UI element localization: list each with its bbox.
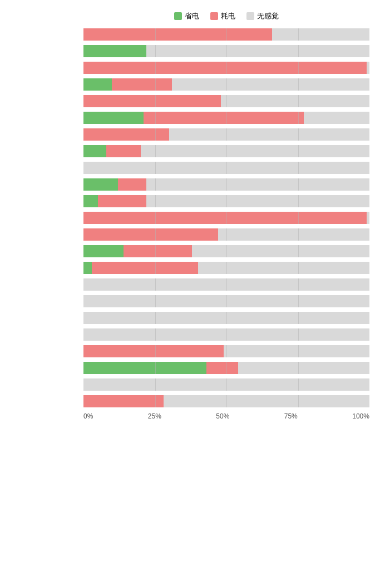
grid-line: [226, 145, 227, 157]
grid-line: [226, 28, 227, 41]
legend-color: [174, 12, 182, 20]
bar-track-wrapper: [83, 195, 369, 207]
grid-line: [298, 245, 299, 257]
bar-track: [83, 395, 369, 407]
grid-line: [155, 45, 156, 57]
grid-line: [226, 328, 227, 341]
grid-line: [155, 95, 156, 107]
grid-line: [298, 312, 299, 324]
bar-track: [83, 62, 369, 74]
legend-color: [246, 12, 254, 20]
legend: 省电耗电无感觉: [6, 11, 369, 21]
grid-line: [155, 328, 156, 341]
chart-container: 省电耗电无感觉 iPhone 11iPhone 11 ProiPhone 11 …: [0, 6, 375, 437]
legend-color: [210, 12, 218, 20]
grid-line: [298, 378, 299, 391]
bar-segment-green: [83, 78, 112, 91]
bar-segment-pink: [83, 62, 367, 74]
grid-line: [155, 228, 156, 241]
x-axis-label: 25%: [148, 412, 161, 420]
grid-line: [155, 195, 156, 207]
bar-row: iPhone 14: [83, 210, 369, 226]
grid-line: [298, 62, 299, 74]
bar-segment-pink: [83, 395, 164, 407]
bar-row: iPhone 14 Pro: [83, 243, 369, 259]
bar-row: iPhone 14 Pro Max: [83, 260, 369, 276]
grid-line: [298, 395, 299, 407]
bar-segment-pink: [83, 212, 367, 224]
grid-line: [155, 128, 156, 141]
legend-label: 省电: [185, 11, 199, 21]
bar-segment-green: [83, 178, 118, 191]
legend-label: 耗电: [221, 11, 235, 21]
bar-track: [83, 128, 369, 141]
grid-line: [226, 162, 227, 174]
bar-segment-pink: [106, 145, 141, 157]
bar-segment-pink: [83, 228, 218, 241]
bar-track-wrapper: [83, 378, 369, 391]
bar-track: [83, 328, 369, 341]
grid-line: [226, 178, 227, 191]
grid-line: [226, 195, 227, 207]
grid-line: [155, 245, 156, 257]
bar-track-wrapper: [83, 162, 369, 174]
grid-line: [155, 145, 156, 157]
bar-row: iPhone XS Max: [83, 393, 369, 409]
grid-line: [298, 145, 299, 157]
grid-line: [298, 78, 299, 91]
bar-row: iPhone SE 第3代: [83, 327, 369, 342]
bar-track: [83, 295, 369, 307]
grid-line: [298, 228, 299, 241]
legend-item: 无感觉: [246, 11, 279, 21]
bar-segment-green: [83, 145, 106, 157]
grid-line: [226, 312, 227, 324]
grid-line: [226, 245, 227, 257]
bar-row: iPhone 8: [83, 277, 369, 292]
bar-segment-green: [83, 195, 98, 207]
legend-item: 省电: [174, 11, 199, 21]
bar-segment-pink: [83, 28, 272, 41]
bar-track: [83, 378, 369, 391]
grid-line: [298, 112, 299, 124]
bar-track: [83, 162, 369, 174]
bar-track: [83, 28, 369, 41]
grid-line: [298, 28, 299, 41]
grid-line: [155, 278, 156, 291]
bar-segment-pink: [144, 112, 304, 124]
bar-track-wrapper: [83, 28, 369, 41]
bar-track: [83, 178, 369, 191]
bar-row: iPhone XS: [83, 377, 369, 392]
grid-line: [298, 212, 299, 224]
bar-row: iPhone 12: [83, 77, 369, 92]
bar-track: [83, 312, 369, 324]
grid-line: [298, 178, 299, 191]
grid-line: [226, 395, 227, 407]
grid-line: [155, 362, 156, 374]
bar-segment-green: [83, 262, 92, 274]
grid-line: [226, 128, 227, 141]
legend-label: 无感觉: [257, 11, 279, 21]
grid-line: [155, 312, 156, 324]
bar-track-wrapper: [83, 278, 369, 291]
grid-line: [155, 162, 156, 174]
bar-row: iPhone 13 Pro: [83, 177, 369, 192]
bar-track-wrapper: [83, 328, 369, 341]
grid-line: [155, 112, 156, 124]
bar-track: [83, 228, 369, 241]
grid-line: [155, 28, 156, 41]
bar-row: iPhone 13: [83, 143, 369, 159]
bar-track: [83, 362, 369, 374]
bar-track-wrapper: [83, 262, 369, 274]
bar-track-wrapper: [83, 178, 369, 191]
bar-track: [83, 195, 369, 207]
bar-segment-green: [83, 362, 206, 374]
bar-segment-pink: [98, 195, 146, 207]
bar-track: [83, 262, 369, 274]
bar-track: [83, 212, 369, 224]
grid-line: [226, 278, 227, 291]
grid-line: [226, 78, 227, 91]
bar-segment-green: [83, 112, 144, 124]
bar-row: iPhone 12 Pro Max: [83, 127, 369, 142]
bar-track: [83, 112, 369, 124]
bar-track-wrapper: [83, 395, 369, 407]
